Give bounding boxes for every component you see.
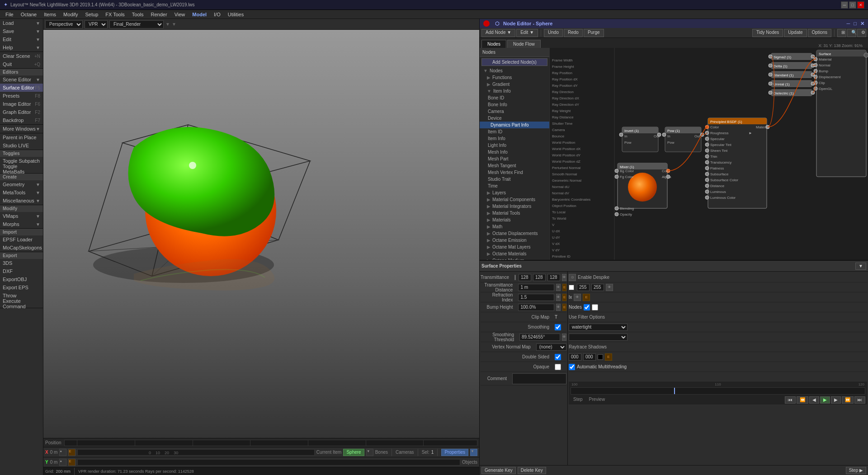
edit-btn[interactable]: Edit ▼ [516, 29, 538, 37]
maximize-btn[interactable]: □ [849, 1, 856, 9]
sidebar-clear-scene[interactable]: Clear Scene +N [0, 52, 43, 60]
sphere-item[interactable]: Sphere [343, 449, 364, 456]
prev-key-btn[interactable]: ⏪ [797, 396, 808, 404]
sidebar-epsf-loader[interactable]: EPSF Loader [0, 235, 43, 244]
tree-materials[interactable]: ▶ Materials [480, 216, 549, 223]
tree-light-info[interactable]: Light Info [480, 142, 549, 149]
viewport-vpr-select[interactable]: VPR [85, 20, 108, 28]
ne-icon-1[interactable]: ⊞ [837, 29, 846, 37]
properties-btn[interactable]: Properties [441, 449, 468, 456]
timeline-track[interactable] [64, 440, 477, 446]
menu-io[interactable]: I/O [210, 10, 224, 19]
close-btn[interactable]: ✕ [857, 1, 864, 9]
lx-eye[interactable]: 👁 [574, 294, 581, 301]
tree-bone-id[interactable]: Bone ID [480, 94, 549, 101]
purge-btn[interactable]: Purge [584, 29, 604, 37]
tree-nodes[interactable]: ▼ Nodes [480, 67, 549, 74]
node-editor-min[interactable]: ─ [847, 21, 850, 26]
filter-options-select-2[interactable] [569, 334, 627, 341]
redo-btn[interactable]: Redo [564, 29, 583, 37]
tree-studio-trait[interactable]: Studio Trait [480, 176, 549, 183]
sidebar-backdrop[interactable]: BackdropF7 [0, 116, 43, 124]
nodes-checkbox[interactable] [584, 304, 590, 310]
menu-utilities[interactable]: Utilities [224, 10, 247, 19]
menu-model[interactable]: Model [189, 10, 210, 19]
tree-item-info-sub[interactable]: Item Info [480, 135, 549, 142]
ne-icon-2[interactable]: 🔍 [847, 29, 856, 37]
sidebar-export-eps[interactable]: Export EPS [0, 283, 43, 292]
shadow-r-input[interactable] [569, 353, 581, 361]
transmittance-r[interactable] [519, 274, 531, 281]
sidebar-scene-editor[interactable]: Scene Editor▼ [0, 75, 43, 84]
prev-frame-btn[interactable]: ◀ [809, 396, 819, 404]
menu-octane[interactable]: Octane [17, 10, 40, 19]
node-graph[interactable]: Frame Width Frame Height Ray Position Ra… [550, 48, 868, 260]
tab-node-flow[interactable]: Node Flow [507, 40, 541, 48]
menu-fxtools[interactable]: FX Tools [102, 10, 128, 19]
y-e-btn[interactable]: E [68, 459, 75, 466]
shadow-e[interactable]: E [605, 353, 612, 361]
tree-octane-medium[interactable]: ▶ Octane Medium [480, 257, 549, 260]
sidebar-mocap-skelogons[interactable]: MoCapSkelogons [0, 244, 43, 252]
color-white-swatch[interactable] [569, 285, 574, 290]
tree-gradient[interactable]: ▶ Gradient [480, 81, 549, 88]
sidebar-geometry[interactable]: Geometry▼ [0, 180, 43, 188]
bump-height-input[interactable] [518, 304, 554, 311]
filter-options-select[interactable]: watertight [569, 324, 627, 331]
go-start-btn[interactable]: ⏮ [785, 396, 796, 404]
next-key-btn[interactable]: ⏩ [842, 396, 854, 404]
comment-input[interactable] [512, 373, 566, 384]
tree-dynamics-part-info[interactable]: Dynamics Part Info [480, 122, 549, 128]
vertex-normal-select[interactable]: (none) [536, 343, 566, 351]
color-r-input[interactable] [577, 284, 590, 291]
sidebar-studio-live[interactable]: Studio LIVE [0, 141, 43, 150]
nodes-checkbox-2[interactable] [592, 304, 598, 310]
next-frame-btn[interactable]: ▶ [831, 396, 841, 404]
update-btn[interactable]: Update [784, 29, 807, 37]
color-eye[interactable]: 👁 [606, 284, 613, 291]
sphere-dropdown[interactable]: ▼ [366, 449, 373, 456]
sidebar-load[interactable]: Load▼ [0, 19, 43, 27]
tree-octane-displacements[interactable]: ▶ Octane Displacements [480, 230, 549, 237]
bump-height-eye[interactable]: 👁 [556, 304, 561, 311]
node-canvas[interactable]: Nodes Add Selected Node(s) ▼ Nodes ▶ Fun… [480, 48, 868, 260]
tree-device[interactable]: Device [480, 115, 549, 122]
tab-nodes[interactable]: Nodes [481, 40, 506, 48]
tree-camera[interactable]: Camera [480, 108, 549, 115]
sidebar-toggle-metaballs[interactable]: Toggle MetaBalls [0, 165, 43, 173]
double-sided-checkbox[interactable] [555, 354, 561, 360]
tree-bone-info[interactable]: Bone Info [480, 101, 549, 108]
viewport-canvas[interactable] [43, 30, 479, 438]
props-small-btn[interactable]: ▼ [470, 449, 477, 456]
transmittance-dist-eye[interactable]: 👁 [556, 284, 561, 291]
tree-mesh-info[interactable]: Mesh Info [480, 149, 549, 155]
y-timeline[interactable] [77, 459, 460, 466]
refraction-eye[interactable]: 👁 [556, 294, 561, 301]
transmittance-g[interactable] [533, 274, 546, 281]
viewport-render-select[interactable]: Final_Render [109, 20, 164, 28]
tree-mesh-vertex-find[interactable]: Mesh Vertex Find [480, 169, 549, 176]
shadow-swatch[interactable] [598, 354, 603, 360]
minimize-btn[interactable]: ─ [841, 1, 848, 9]
y-eye-btn[interactable]: ● [59, 459, 66, 466]
generate-key-btn[interactable]: Generate Key [481, 467, 516, 474]
tree-item-info[interactable]: ▼ Item Info [480, 88, 549, 94]
add-selected-node-btn[interactable]: Add Selected Node(s) [481, 58, 547, 66]
node-editor-max[interactable]: □ [854, 21, 857, 26]
x-timeline[interactable]: 0 10 20 30 [77, 449, 315, 456]
sidebar-more-windows[interactable]: More Windows▼ [0, 125, 43, 133]
smoothing-threshold-eye[interactable]: 👁 [562, 334, 566, 341]
transmittance-dist-input[interactable] [518, 284, 554, 291]
sidebar-presets[interactable]: PresetsF8 [0, 92, 43, 100]
undo-btn[interactable]: Undo [544, 29, 563, 37]
tree-material-tools[interactable]: ▶ Material Tools [480, 210, 549, 216]
refraction-input[interactable] [518, 294, 554, 301]
timeline-ruler[interactable] [571, 387, 865, 395]
lx-e[interactable]: E [583, 294, 590, 301]
add-node-btn[interactable]: Add Node ▼ [481, 29, 515, 37]
smoothing-checkbox[interactable] [555, 324, 561, 330]
sidebar-export-obj[interactable]: ExportOBJ [0, 275, 43, 283]
sidebar-vmaps[interactable]: VMaps▼ [0, 212, 43, 220]
step-right-btn[interactable]: Step ▶ [846, 467, 866, 474]
delete-key-btn[interactable]: Delete Key [518, 467, 546, 474]
